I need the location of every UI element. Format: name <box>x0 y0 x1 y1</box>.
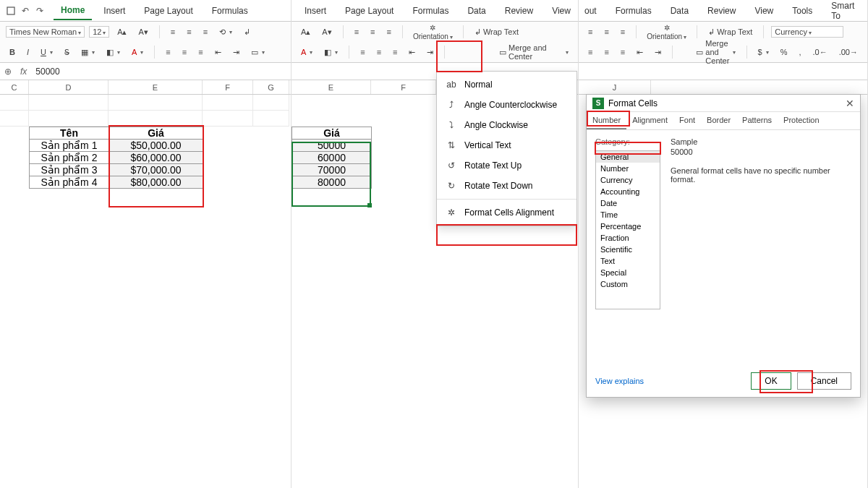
zoom-icon[interactable]: ⊕ <box>0 67 16 77</box>
dialog-tab-border[interactable]: Border <box>701 112 736 129</box>
align-left-icon[interactable]: ≡ <box>584 46 596 59</box>
align-center-icon[interactable]: ≡ <box>600 46 612 59</box>
bold-icon[interactable]: B <box>6 46 19 59</box>
wrap-small-icon[interactable]: ↲ <box>240 25 254 39</box>
align-right-icon[interactable]: ≡ <box>195 46 206 59</box>
increase-font-icon[interactable]: A▴ <box>114 25 130 39</box>
tab-formulas[interactable]: Formulas <box>405 2 456 20</box>
undo-icon[interactable]: ↶ <box>20 6 30 16</box>
align-left-icon[interactable]: ≡ <box>162 46 174 59</box>
tab-view[interactable]: View <box>747 2 780 20</box>
col-header-j[interactable]: J <box>579 80 651 94</box>
indent-dec-icon[interactable]: ⇤ <box>633 46 647 59</box>
save-icon[interactable] <box>6 6 16 16</box>
merge-center-button[interactable]: ▭ Merge and Center <box>495 41 572 63</box>
category-percentage[interactable]: Percentage <box>596 221 660 232</box>
tab-insert[interactable]: Insert <box>297 2 333 20</box>
category-number[interactable]: Number <box>596 163 660 174</box>
align-left-icon[interactable]: ≡ <box>357 46 368 59</box>
align-right-icon[interactable]: ≡ <box>389 46 401 59</box>
menu-angle-cw[interactable]: ⤵Angle Clockwise <box>437 115 576 135</box>
font-color-icon[interactable]: A <box>297 46 316 59</box>
dialog-tab-font[interactable]: Font <box>673 112 701 129</box>
wrap-text-button[interactable]: ↲ Wrap Text <box>471 25 522 39</box>
indent-inc-icon[interactable]: ⇥ <box>229 46 243 59</box>
align-right-icon[interactable]: ≡ <box>617 46 629 59</box>
align-top-icon[interactable]: ≡ <box>584 25 596 38</box>
orientation-button[interactable]: ✲ Orientation <box>644 24 689 40</box>
close-icon[interactable]: ✕ <box>846 98 854 109</box>
tab-page-layout[interactable]: Page Layout <box>137 2 200 20</box>
tab-data[interactable]: Data <box>460 2 493 20</box>
indent-dec-icon[interactable]: ⇤ <box>211 46 225 59</box>
menu-angle-ccw[interactable]: ⤴Angle Counterclockwise <box>437 95 576 115</box>
data-table[interactable]: TênGiá Sản phẩm 1$50,000.00 Sản phẩm 2$6… <box>29 127 203 189</box>
view-explains-link[interactable]: View explains <box>595 377 644 385</box>
align-bottom-icon[interactable]: ≡ <box>617 25 629 38</box>
menu-rotate-down[interactable]: ↻Rotate Text Down <box>437 176 576 196</box>
col-header-e[interactable]: E <box>292 80 371 94</box>
align-center-icon[interactable]: ≡ <box>179 46 190 59</box>
tab-smart-tools[interactable]: Smart To <box>824 0 867 25</box>
increase-font-icon[interactable]: A▴ <box>297 25 314 39</box>
category-custom[interactable]: Custom <box>596 278 660 290</box>
category-listbox[interactable]: General Number Currency Accounting Date … <box>595 150 660 309</box>
category-time[interactable]: Time <box>596 209 660 221</box>
formula-value[interactable]: 50000 <box>31 67 64 77</box>
col-header-c[interactable]: C <box>0 80 29 94</box>
spreadsheet-grid[interactable]: C D E F G TênGiá Sản phẩm 1$50,000.00 Sả… <box>0 80 291 471</box>
redo-icon[interactable]: ↷ <box>35 6 45 16</box>
merge-center-button[interactable]: ▭ Merge and Center <box>692 37 739 67</box>
align-middle-icon[interactable]: ≡ <box>367 25 378 38</box>
tab-view[interactable]: View <box>545 2 578 20</box>
comma-icon[interactable]: , <box>795 46 804 59</box>
dialog-tab-patterns[interactable]: Patterns <box>736 112 778 129</box>
col-header-d[interactable]: D <box>29 80 109 94</box>
tab-data[interactable]: Data <box>663 2 696 20</box>
merge-small-icon[interactable]: ▭ <box>247 46 268 59</box>
font-name-select[interactable]: Times New Roman <box>6 26 85 38</box>
strike-icon[interactable]: S̶ <box>61 46 73 59</box>
decrease-decimal-icon[interactable]: .0← <box>809 46 831 59</box>
orientation-button[interactable]: ✲ Orientation <box>410 24 456 40</box>
currency-icon[interactable]: $ <box>754 46 773 59</box>
menu-rotate-up[interactable]: ↺Rotate Text Up <box>437 155 576 176</box>
menu-format-cells-alignment[interactable]: ✲Format Cells Alignment <box>437 202 576 223</box>
tab-out[interactable]: out <box>584 2 604 20</box>
decrease-font-icon[interactable]: A▾ <box>318 25 335 39</box>
dialog-tab-number[interactable]: Number <box>587 112 626 129</box>
tab-review[interactable]: Review <box>700 2 743 20</box>
increase-decimal-icon[interactable]: .00→ <box>835 46 861 59</box>
cancel-button[interactable]: Cancel <box>797 372 851 390</box>
category-text[interactable]: Text <box>596 255 660 267</box>
menu-vertical-text[interactable]: ⇅Vertical Text <box>437 135 576 155</box>
fill-color-icon[interactable]: ◧ <box>320 46 341 59</box>
menu-normal[interactable]: abNormal <box>437 74 576 95</box>
col-header-f[interactable]: F <box>371 80 436 94</box>
tab-review[interactable]: Review <box>498 2 540 20</box>
orientation-small-icon[interactable]: ⟲ <box>216 25 236 39</box>
category-scientific[interactable]: Scientific <box>596 244 660 255</box>
tab-tools[interactable]: Tools <box>785 2 820 20</box>
tab-home[interactable]: Home <box>54 1 92 20</box>
borders-icon[interactable]: ▦ <box>77 46 98 59</box>
col-header-g[interactable]: G <box>253 80 289 94</box>
category-currency[interactable]: Currency <box>596 174 660 186</box>
align-bottom-icon[interactable]: ≡ <box>200 25 211 38</box>
category-special[interactable]: Special <box>596 267 660 278</box>
align-middle-icon[interactable]: ≡ <box>183 25 195 38</box>
italic-icon[interactable]: I <box>23 46 33 59</box>
category-date[interactable]: Date <box>596 197 660 209</box>
align-top-icon[interactable]: ≡ <box>167 25 179 38</box>
tab-formulas[interactable]: Formulas <box>205 2 255 20</box>
dialog-tab-protection[interactable]: Protection <box>778 112 825 129</box>
dialog-tab-alignment[interactable]: Alignment <box>626 112 673 129</box>
category-accounting[interactable]: Accounting <box>596 186 660 197</box>
align-middle-icon[interactable]: ≡ <box>600 25 612 38</box>
align-top-icon[interactable]: ≡ <box>351 25 362 38</box>
fill-color-icon[interactable]: ◧ <box>103 46 124 59</box>
tab-formulas[interactable]: Formulas <box>608 2 659 20</box>
align-bottom-icon[interactable]: ≡ <box>383 25 395 38</box>
indent-dec-icon[interactable]: ⇤ <box>405 46 419 59</box>
underline-icon[interactable]: U <box>37 46 56 59</box>
